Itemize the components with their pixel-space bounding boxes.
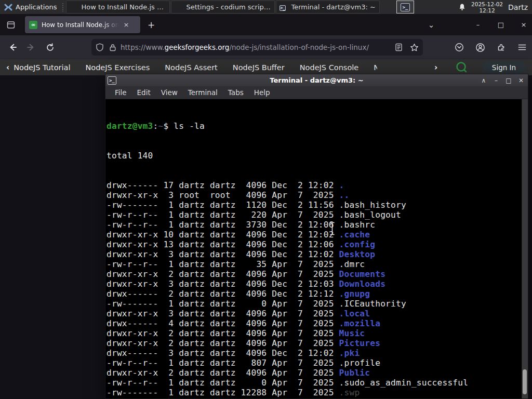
- terminal-output-line: -rw------- 1 dartz dartz 1120 Dec 2 11:5…: [107, 200, 468, 210]
- terminal-output-line: -rw-r--r-- 1 dartz dartz 35 Apr 7 2025 .…: [107, 259, 468, 269]
- terminal-output-line: -rw-r--r-- 1 dartz dartz 3730 Dec 2 12:0…: [107, 220, 468, 230]
- terminal-output-line: drwxr-xr-x 2 dartz dartz 4096 Apr 7 2025…: [107, 328, 468, 338]
- file-name: Downloads: [339, 279, 386, 289]
- lock-icon[interactable]: [109, 44, 116, 51]
- tracking-shield-icon[interactable]: [96, 43, 104, 51]
- nav-item-buffer[interactable]: NodeJS Buffer: [233, 63, 285, 72]
- reload-button[interactable]: [43, 40, 57, 55]
- terminal-output-line: drwxr-xr-x 2 dartz dartz 4096 Apr 7 2025…: [107, 269, 468, 279]
- file-name: .local: [339, 309, 370, 318]
- site-navigation-bar: ‹ NodeJS Tutorial NodeJS Exercises NodeJ…: [0, 59, 532, 75]
- terminal-output-line: drwxr-xr-x 3 dartz dartz 4096 Dec 2 12:0…: [107, 249, 468, 259]
- search-icon[interactable]: [455, 61, 468, 74]
- firefox-view-button[interactable]: [4, 18, 18, 32]
- nav-item-tutorial[interactable]: NodeJS Tutorial: [14, 63, 70, 72]
- terminal-icon: >_: [280, 3, 288, 11]
- list-all-tabs-icon[interactable]: ⌄: [426, 20, 436, 30]
- terminal-output-line: -rw------- 1 dartz dartz 0 Apr 7 2025 .I…: [107, 299, 468, 309]
- nav-back-chevron-icon[interactable]: ‹: [6, 63, 9, 72]
- top-panel: Applications How to Install Node.js o...…: [0, 0, 532, 14]
- terminal-output-line: drwx------ 3 dartz dartz 4096 Dec 2 12:0…: [107, 348, 468, 358]
- nav-item-crypto[interactable]: NodeJS Crypto: [374, 63, 377, 72]
- file-name: .: [339, 180, 344, 190]
- bookmark-star-icon[interactable]: [410, 43, 419, 52]
- browser-maximize-button[interactable]: □: [496, 21, 506, 29]
- file-name: .pki: [339, 348, 360, 358]
- terminal-output-line: -rw------- 1 dartz dartz 12288 Apr 7 202…: [107, 388, 468, 397]
- terminal-output-line: drwxr-xr-x 2 dartz dartz 4096 Apr 7 2025…: [107, 397, 468, 398]
- applications-menu-label: Applications: [16, 3, 57, 11]
- menu-tabs[interactable]: Tabs: [223, 88, 249, 97]
- system-tray: 2025-12-02 12:12 Dartz: [458, 0, 532, 14]
- panel-terminal-launcher[interactable]: >_: [396, 1, 414, 14]
- terminal-output-line: drwx------ 4 dartz dartz 4096 Apr 7 2025…: [107, 318, 468, 328]
- hamburger-menu-icon[interactable]: [517, 43, 527, 52]
- clock-date: 2025-12-02: [471, 1, 503, 7]
- forward-button[interactable]: [24, 40, 38, 55]
- file-name: .ICEauthority: [339, 299, 406, 309]
- menu-edit[interactable]: Edit: [132, 88, 156, 97]
- extensions-puzzle-icon[interactable]: [497, 43, 506, 52]
- account-icon[interactable]: [475, 43, 485, 52]
- user-menu[interactable]: Dartz: [508, 3, 528, 11]
- terminal-scrollbar[interactable]: [522, 99, 528, 398]
- terminal-prompt-line: dartz@vm3:~$ ls -la: [107, 121, 468, 131]
- terminal-output-line: drwxr-xr-x 2 dartz dartz 4096 Apr 7 2025…: [107, 368, 468, 378]
- browser-minimize-button[interactable]: –: [473, 21, 483, 29]
- terminal-output-line: drwx------ 2 dartz dartz 4096 Dec 2 12:1…: [107, 289, 468, 299]
- panel-clock[interactable]: 2025-12-02 12:12: [471, 1, 503, 14]
- nav-forward-chevron-icon[interactable]: ›: [434, 63, 437, 72]
- terminal-titlebar[interactable]: >_ Terminal - dartz@vm3: ~ ∧ – □ ✕: [105, 74, 528, 86]
- reader-mode-icon[interactable]: [395, 43, 403, 51]
- terminal-close-button[interactable]: ✕: [517, 77, 525, 84]
- file-name: .bash_history: [339, 200, 406, 210]
- back-button[interactable]: [5, 40, 20, 55]
- file-name: Music: [339, 328, 365, 338]
- tab-close-icon[interactable]: ×: [122, 20, 131, 30]
- firefox-icon: [70, 3, 78, 11]
- file-name: Desktop: [339, 249, 376, 259]
- new-tab-button[interactable]: +: [144, 18, 158, 32]
- taskbar-window-terminal[interactable]: >_ Terminal - dartz@vm3: ~: [276, 1, 380, 14]
- file-name: Documents: [339, 269, 386, 279]
- menu-terminal[interactable]: Terminal: [183, 88, 223, 97]
- terminal-output-line: drwxr-xr-x 2 dartz dartz 4096 Apr 7 2025…: [107, 338, 468, 348]
- terminal-content[interactable]: dartz@vm3:~$ ls -la total 140 drwx------…: [105, 99, 528, 398]
- file-name: .gnupg: [339, 289, 370, 299]
- terminal-output-line: drwxr-xr-x 3 dartz dartz 4096 Dec 2 12:0…: [107, 279, 468, 289]
- menu-view[interactable]: View: [156, 88, 183, 97]
- taskbar-window-firefox[interactable]: How to Install Node.js o...: [66, 1, 170, 14]
- nav-item-assert[interactable]: NodeJS Assert: [165, 63, 218, 72]
- applications-menu-button[interactable]: Applications: [0, 0, 61, 14]
- clock-time: 12:12: [479, 7, 495, 14]
- browser-close-button[interactable]: ×: [518, 21, 529, 29]
- terminal-output-line: drwx------ 17 dartz dartz 4096 Dec 2 12:…: [107, 180, 468, 190]
- menu-help[interactable]: Help: [249, 88, 275, 97]
- file-name: .dmrc: [339, 259, 365, 269]
- applications-menu-icon: [4, 3, 12, 11]
- terminal-output-line: drwxr-xr-x 3 dartz dartz 4096 Apr 7 2025…: [107, 309, 468, 318]
- scrollbar-thumb[interactable]: [523, 369, 527, 394]
- terminal-shade-button[interactable]: ∧: [480, 77, 487, 84]
- codium-icon: [175, 3, 183, 11]
- tab-bar: ∞ How to Install Node.js on × + ⌄ – □ ×: [0, 14, 532, 35]
- nav-item-exercises[interactable]: NodeJS Exercises: [85, 63, 150, 72]
- taskbar-window-label: How to Install Node.js o...: [81, 3, 166, 11]
- file-name: .mozilla: [339, 318, 381, 328]
- terminal-output-line: -rw-r--r-- 1 dartz dartz 0 Apr 7 2025 .s…: [107, 378, 468, 388]
- file-name: .sudo_as_admin_successful: [339, 378, 469, 388]
- menu-file[interactable]: File: [105, 88, 132, 97]
- terminal-maximize-button[interactable]: □: [505, 77, 512, 84]
- browser-tab-active[interactable]: ∞ How to Install Node.js on ×: [25, 16, 140, 33]
- notification-bell-icon[interactable]: [458, 3, 466, 11]
- terminal-minimize-button[interactable]: –: [493, 77, 500, 84]
- file-name: Templates: [339, 397, 386, 398]
- terminal-output: dartz@vm3:~$ ls -la total 140 drwx------…: [107, 101, 468, 398]
- file-name: .cache: [339, 230, 370, 240]
- nav-item-console[interactable]: NodeJS Console: [300, 63, 359, 72]
- tab-title: How to Install Node.js on: [42, 21, 121, 29]
- url-bar[interactable]: https://www.geeksforgeeks.org/node-js/in…: [91, 39, 423, 56]
- pocket-icon[interactable]: [455, 43, 464, 52]
- taskbar-window-codium[interactable]: Settings - codium script...: [171, 1, 275, 14]
- sign-in-button[interactable]: Sign In: [482, 61, 526, 74]
